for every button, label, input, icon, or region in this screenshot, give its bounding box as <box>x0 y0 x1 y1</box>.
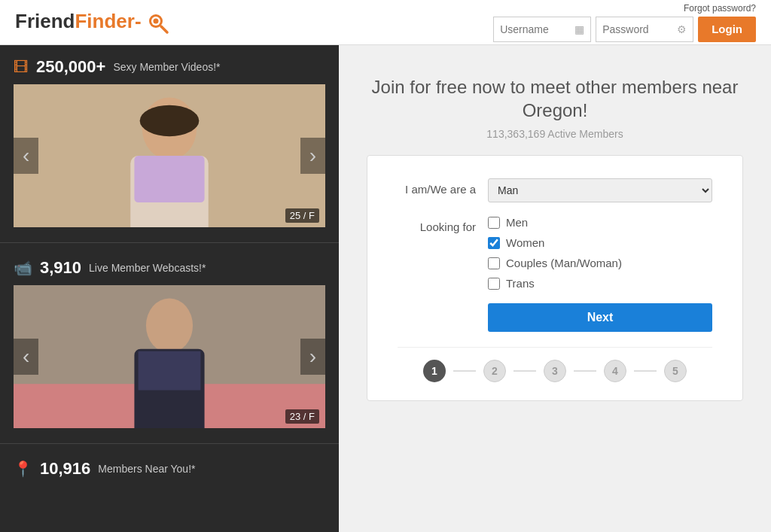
videos-image <box>14 84 325 227</box>
checkbox-couples-input[interactable] <box>488 257 500 269</box>
username-input-wrapper: ▦ <box>493 17 591 42</box>
looking-for-label: Looking for <box>398 216 488 233</box>
nearby-count: 10,916 <box>40 459 90 479</box>
login-button[interactable]: Login <box>698 17 756 42</box>
checkbox-trans-input[interactable] <box>488 278 500 290</box>
step-line-1 <box>453 370 476 372</box>
videos-label: Sexy Member Videos!* <box>113 61 220 73</box>
logo-finder-text: Finder- <box>75 10 141 32</box>
svg-point-8 <box>140 105 200 136</box>
step-line-3 <box>574 370 596 372</box>
step-5: 5 <box>664 360 687 382</box>
password-input-wrapper: ⚙ <box>596 17 693 42</box>
svg-rect-7 <box>134 156 204 202</box>
svg-point-11 <box>146 298 193 352</box>
checkbox-men[interactable]: Men <box>488 216 712 229</box>
looking-for-row: Looking for Men Women <box>398 216 712 332</box>
right-content: Join for free now to meet other members … <box>339 45 771 532</box>
video-film-icon: 🎞 <box>14 59 29 76</box>
webcams-badge: 23 / F <box>285 409 319 424</box>
step-line-2 <box>513 370 536 372</box>
nearby-section: 📍 10,916 Members Near You!* <box>0 447 339 494</box>
logo[interactable]: FriendFinder- <box>15 10 169 34</box>
videos-header: 🎞 250,000+ Sexy Member Videos!* <box>14 57 325 77</box>
videos-section: 🎞 250,000+ Sexy Member Videos!* ‹ › <box>0 45 339 239</box>
main-layout: 🎞 250,000+ Sexy Member Videos!* ‹ › <box>0 45 771 532</box>
header-right: Forgot password? ▦ ⚙ Login <box>493 3 756 42</box>
webcams-image <box>14 285 325 428</box>
checkbox-women-label: Women <box>506 236 544 249</box>
webcams-header: 📹 3,910 Live Member Webcasts!* <box>14 258 325 278</box>
videos-badge: 25 / F <box>285 208 319 223</box>
gender-field: Man Woman Couple (Man/Woman) Trans <box>488 178 712 202</box>
checkbox-couples-label: Couples (Man/Woman) <box>506 257 622 269</box>
step-line-4 <box>634 370 657 372</box>
forgot-password-link[interactable]: Forgot password? <box>684 3 756 14</box>
svg-line-3 <box>161 26 167 32</box>
videos-next-button[interactable]: › <box>300 138 325 174</box>
step-3: 3 <box>544 360 566 382</box>
nearby-header: 📍 10,916 Members Near You!* <box>14 459 325 479</box>
checkbox-women-input[interactable] <box>488 237 500 249</box>
gender-select[interactable]: Man Woman Couple (Man/Woman) Trans <box>488 178 712 202</box>
webcams-label: Live Member Webcasts!* <box>89 262 206 274</box>
join-title: Join for free now to meet other members … <box>367 75 743 122</box>
looking-for-field: Men Women Couples (Man/Woman) <box>488 216 712 332</box>
videos-count: 250,000+ <box>36 57 105 77</box>
logo-friend-text: Friend <box>15 10 75 32</box>
gender-row: I am/We are a Man Woman Couple (Man/Woma… <box>398 178 712 202</box>
step-4: 4 <box>604 360 626 382</box>
checkbox-men-label: Men <box>506 216 528 229</box>
checkbox-trans-label: Trans <box>506 277 535 290</box>
webcam-icon: 📹 <box>14 259 32 277</box>
header: FriendFinder- Forgot password? ▦ ⚙ Login <box>0 0 771 45</box>
videos-carousel: ‹ › 25 / F <box>14 84 325 227</box>
webcams-count: 3,910 <box>40 258 81 278</box>
password-input[interactable] <box>602 23 674 35</box>
checkbox-group: Men Women Couples (Man/Woman) <box>488 216 712 332</box>
svg-point-2 <box>153 18 158 23</box>
pin-icon: 📍 <box>14 460 32 478</box>
webcams-section: 📹 3,910 Live Member Webcasts!* ‹ › 23 / <box>0 246 339 440</box>
sidebar-divider-1 <box>0 242 339 243</box>
active-members: 113,363,169 Active Members <box>367 128 743 140</box>
videos-prev-button[interactable]: ‹ <box>14 138 38 174</box>
username-input[interactable] <box>500 23 571 35</box>
checkbox-couples[interactable]: Couples (Man/Woman) <box>488 257 712 269</box>
checkbox-women[interactable]: Women <box>488 236 712 249</box>
username-icon: ▦ <box>574 23 584 35</box>
webcams-carousel: ‹ › 23 / F <box>14 285 325 428</box>
sidebar: 🎞 250,000+ Sexy Member Videos!* ‹ › <box>0 45 339 532</box>
steps-row: 1 2 3 4 5 <box>398 347 712 382</box>
svg-rect-13 <box>139 351 201 391</box>
password-icon: ⚙ <box>677 23 687 35</box>
step-1: 1 <box>423 360 446 382</box>
nearby-label: Members Near You!* <box>98 463 195 475</box>
checkbox-men-input[interactable] <box>488 217 500 229</box>
webcams-prev-button[interactable]: ‹ <box>14 339 38 375</box>
logo-search-icon <box>147 12 169 35</box>
checkbox-trans[interactable]: Trans <box>488 277 712 290</box>
registration-form: I am/We are a Man Woman Couple (Man/Woma… <box>367 155 743 401</box>
webcams-next-button[interactable]: › <box>300 339 325 375</box>
header-inputs: ▦ ⚙ Login <box>493 17 756 42</box>
step-2: 2 <box>483 360 506 382</box>
sidebar-divider-2 <box>0 443 339 444</box>
i-am-label: I am/We are a <box>398 178 488 196</box>
next-button[interactable]: Next <box>488 303 712 332</box>
